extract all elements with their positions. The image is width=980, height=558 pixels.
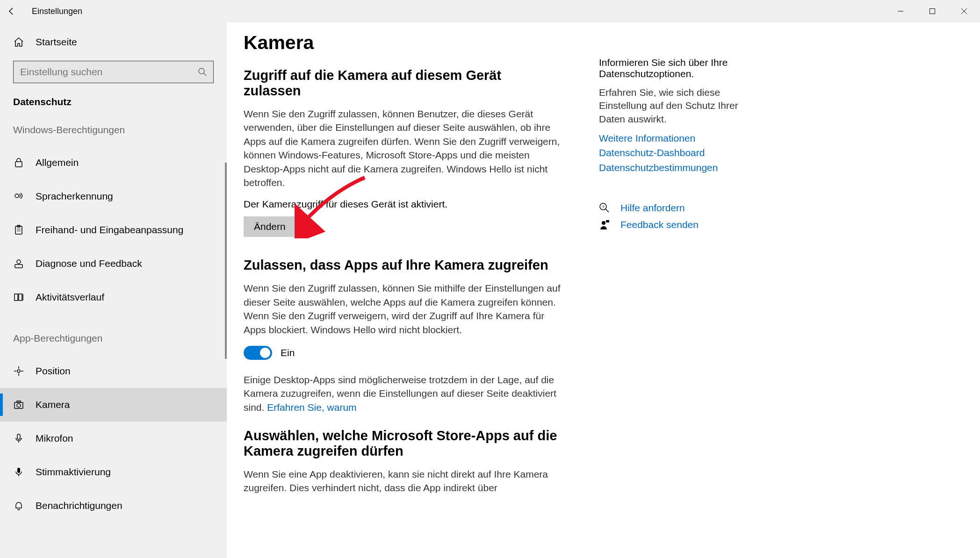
sidebar-scrollbar[interactable] (225, 163, 227, 359)
section3-text: Wenn Sie eine App deaktivieren, kann sie… (244, 467, 562, 495)
svg-rect-27 (17, 468, 20, 473)
nav-label: Freihand- und Eingabeanpassung (36, 224, 183, 236)
nav-label: Benachrichtigungen (36, 500, 122, 511)
category-title: Datenschutz (13, 96, 214, 107)
section1-title: Zugriff auf die Kamera auf diesem Gerät … (244, 68, 562, 99)
nav-label: Stimmaktivierung (36, 466, 111, 478)
camera-access-status: Der Kamerazugriff für dieses Gerät ist a… (244, 199, 562, 210)
sidebar: Startseite Datenschutz Windows-Berechtig… (0, 22, 227, 558)
link-more-info[interactable]: Weitere Informationen (599, 131, 763, 145)
svg-rect-25 (17, 434, 20, 439)
section1-text: Wenn Sie den Zugriff zulassen, können Be… (244, 107, 562, 189)
history-icon (13, 292, 24, 302)
svg-rect-13 (15, 265, 22, 268)
home-label: Startseite (36, 36, 77, 48)
aside-text: Erfahren Sie, wie sich diese Einstellung… (599, 86, 763, 126)
svg-rect-14 (14, 294, 18, 300)
svg-point-4 (199, 68, 204, 74)
nav-item-allgemein[interactable]: Allgemein (0, 146, 227, 179)
nav-item-freihand[interactable]: Freihand- und Eingabeanpassung (0, 213, 227, 247)
svg-point-32 (602, 221, 605, 225)
minimize-button[interactable] (885, 0, 916, 22)
back-button[interactable] (0, 0, 22, 22)
svg-rect-33 (606, 220, 609, 222)
section2-title: Zulassen, dass Apps auf Ihre Kamera zugr… (244, 258, 562, 273)
nav-label: Spracherkennung (36, 191, 113, 202)
voice-icon (13, 467, 24, 477)
svg-point-17 (17, 370, 20, 372)
svg-rect-24 (17, 401, 21, 402)
toggle-label: Ein (281, 347, 295, 358)
nav-item-kamera[interactable]: Kamera (0, 388, 227, 422)
nav-label: Kamera (36, 399, 70, 410)
nav-item-diagnose[interactable]: Diagnose und Feedback (0, 247, 227, 280)
nav-item-position[interactable]: Position (0, 354, 227, 388)
section2-note: Einige Desktop-Apps sind möglicherweise … (244, 373, 562, 414)
nav-item-benachrichtigungen[interactable]: Benachrichtigungen (0, 489, 227, 522)
svg-line-30 (605, 209, 609, 212)
maximize-button[interactable] (916, 0, 948, 22)
link-privacy-statement[interactable]: Datenschutzbestimmungen (599, 161, 763, 174)
notifications-icon (13, 501, 24, 511)
content-main: Kamera Zugriff auf die Kamera auf diesem… (244, 32, 562, 558)
search-input[interactable] (13, 61, 214, 83)
svg-rect-1 (930, 9, 935, 14)
search-box (13, 61, 214, 83)
close-button[interactable] (948, 0, 980, 22)
svg-point-23 (17, 404, 21, 408)
nav-label: Diagnose und Feedback (36, 258, 142, 269)
nav-label: Position (36, 365, 71, 377)
clipboard-icon (13, 225, 24, 235)
group-windows-permissions: Windows-Berechtigungen (0, 124, 227, 136)
svg-rect-6 (15, 162, 22, 167)
location-icon (13, 366, 24, 376)
search-icon (198, 67, 207, 77)
lock-icon (13, 157, 24, 168)
content-aside: Informieren Sie sich über Ihre Datenschu… (599, 32, 763, 558)
section2-text: Wenn Sie den Zugriff zulassen, können Si… (244, 281, 562, 336)
apps-camera-toggle[interactable] (244, 346, 272, 360)
section3-title: Auswählen, welche Microsoft Store-Apps a… (244, 428, 562, 459)
svg-rect-15 (19, 294, 22, 300)
help-link[interactable]: Hilfe anfordern (620, 202, 685, 214)
nav-label: Allgemein (36, 157, 79, 168)
svg-point-12 (17, 260, 21, 264)
feedback-person-icon (599, 219, 610, 230)
microphone-icon (13, 433, 24, 444)
help-icon: ? (599, 202, 610, 214)
titlebar: Einstellungen (0, 0, 980, 22)
link-privacy-dashboard[interactable]: Datenschutz-Dashboard (599, 146, 763, 159)
svg-point-7 (15, 194, 19, 198)
home-icon (13, 36, 24, 48)
nav-label: Aktivitätsverlauf (36, 292, 104, 303)
speech-icon (13, 191, 24, 201)
nav-item-mikrofon[interactable]: Mikrofon (0, 422, 227, 455)
nav-item-aktivitaet[interactable]: Aktivitätsverlauf (0, 280, 227, 314)
nav-item-spracherkennung[interactable]: Spracherkennung (0, 179, 227, 213)
camera-icon (13, 400, 24, 410)
learn-why-link[interactable]: Erfahren Sie, warum (267, 402, 356, 413)
feedback-link[interactable]: Feedback senden (620, 219, 699, 230)
aside-heading: Informieren Sie sich über Ihre Datenschu… (599, 57, 763, 79)
svg-text:?: ? (602, 205, 604, 209)
group-app-permissions: App-Berechtigungen (0, 333, 227, 344)
nav-item-stimmaktivierung[interactable]: Stimmaktivierung (0, 455, 227, 489)
svg-line-5 (204, 73, 206, 76)
feedback-icon (13, 258, 24, 269)
change-button[interactable]: Ändern (244, 216, 296, 237)
window-title: Einstellungen (32, 7, 82, 16)
page-title: Kamera (244, 32, 562, 54)
home-nav[interactable]: Startseite (13, 36, 214, 48)
nav-label: Mikrofon (36, 433, 73, 444)
